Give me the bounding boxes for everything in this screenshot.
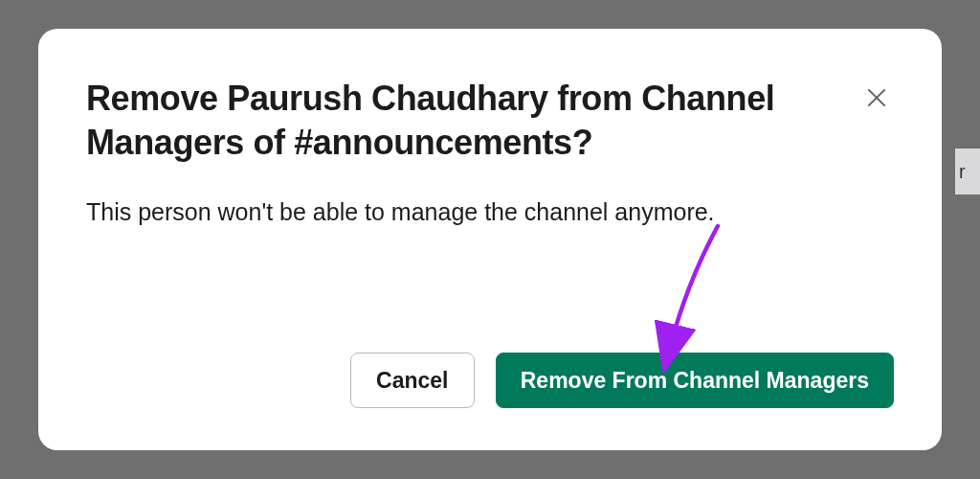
cancel-button[interactable]: Cancel [350,353,475,408]
close-icon [864,85,889,110]
cancel-button-label: Cancel [376,368,448,394]
dialog-footer: Cancel Remove From Channel Managers [86,353,894,408]
dialog-title: Remove Paurush Chaudhary from Channel Ma… [86,77,831,165]
dialog-header: Remove Paurush Chaudhary from Channel Ma… [86,77,894,165]
confirm-remove-button-label: Remove From Channel Managers [521,368,869,394]
dialog-body: This person won't be able to manage the … [86,195,894,229]
background-hint-text: r [959,161,966,183]
close-button[interactable] [859,80,894,115]
confirm-remove-dialog: Remove Paurush Chaudhary from Channel Ma… [38,29,942,450]
confirm-remove-button[interactable]: Remove From Channel Managers [496,353,894,408]
background-hint: r [955,148,980,194]
